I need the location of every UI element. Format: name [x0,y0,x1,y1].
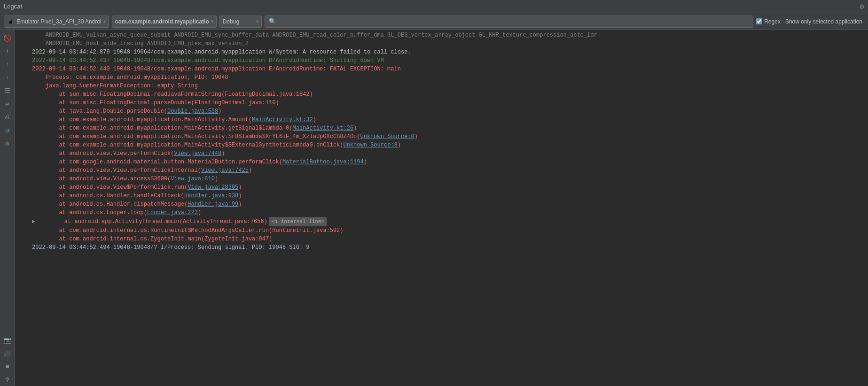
log-line-internal: ▶ at android.app.ActivityThread.main(Act… [15,217,868,226]
title-bar: Logcat ⚙ [0,0,868,13]
scroll-end-icon[interactable]: ⬇ [1,45,14,57]
log-line: at com.android.internal.os.RuntimeInit$M… [15,226,868,235]
clear-logcat-icon[interactable]: 🚫 [1,32,14,44]
emulator-chevron-icon: ▾ [103,19,106,24]
level-chevron-icon: ▾ [256,19,258,24]
search-box[interactable]: 🔍 [265,15,753,28]
link-view-7448[interactable]: View.java:7448 [174,150,221,157]
log-line: ANDROID_EMU_vulkan_async_queue_submit AN… [15,31,868,39]
left-sidebar: 🚫 ⬇ ↓ ↓ ☰ ↩ 🖨 ↺ ⚙ 📷 🎥 ■ ? [0,30,15,386]
link-view-7425[interactable]: View.java:7425 [201,167,249,174]
link-double-java[interactable]: Double.java:538 [167,108,218,115]
regex-label: Regex [764,18,781,25]
log-line: at sun.misc.FloatingDecimal.readJavaForm… [15,90,868,99]
log-line: at android.os.Handler.handleCallback(Han… [15,192,868,200]
log-line: at android.os.Looper.loop(Looper.java:22… [15,208,868,217]
expand-internal-icon[interactable]: ▶ [32,217,35,226]
log-line: at com.android.internal.os.ZygoteInit.ma… [15,235,868,243]
help-icon[interactable]: ? [1,374,14,386]
log-area[interactable]: ANDROID_EMU_vulkan_async_queue_submit AN… [15,30,868,386]
link-handler-99[interactable]: Handler.java:99 [188,201,238,208]
link-mainactivity-32[interactable]: MainActivity.kt:32 [252,116,313,123]
show-only-button[interactable]: Show only selected application [783,18,864,25]
toolbar: 📱 Emulator Pixel_3a_API_30 Androi ▾ com.… [0,13,868,30]
settings-title-icon: ⚙ [860,3,864,11]
regex-checkbox[interactable] [756,18,762,24]
level-dropdown[interactable]: Debug ▾ [219,15,262,28]
log-line: at com.example.android.myapplication.Mai… [15,116,868,124]
soft-wrap-icon[interactable]: ↩ [1,98,14,110]
print-icon[interactable]: 🖨 [1,111,14,123]
log-line: at sun.misc.FloatingDecimal.parseDouble(… [15,99,868,107]
log-line: 2022-09-14 03:44:42.879 19048-19064/com.… [15,48,868,56]
settings-icon[interactable]: ⚙ [1,137,14,149]
package-label: com.example.android.myapplicatio [115,18,209,25]
stop-icon[interactable]: ■ [1,361,14,373]
scroll-down-icon[interactable]: ↓ [1,71,14,84]
link-looper-223[interactable]: Looper.java:223 [147,209,198,216]
scroll-up-icon[interactable]: ↓ [1,58,14,70]
search-icon: 🔍 [269,18,276,25]
log-line: at com.google.android.material.button.Ma… [15,158,868,166]
link-unknown-0[interactable]: Unknown Source:0 [360,133,414,140]
emulator-dropdown[interactable]: 📱 Emulator Pixel_3a_API_30 Androi ▾ [4,15,109,28]
log-line: 2022-09-14 03:44:52.437 19048-19048/com.… [15,56,868,65]
log-line: Process: com.example.android.myapplicati… [15,73,868,82]
log-line: 2022-09-14 03:44:52.494 19048-19048/? I/… [15,243,868,252]
package-dropdown[interactable]: com.example.android.myapplicatio ▾ [112,15,217,28]
title-bar-settings[interactable]: ⚙ [860,2,864,11]
logcat-title: Logcat [4,3,22,10]
log-line: at android.view.View$PerformClick.run(Vi… [15,183,868,192]
regex-checkbox-label[interactable]: Regex [756,18,781,25]
link-materialbutton-1194[interactable]: MaterialButton.java:1194 [282,159,364,165]
level-label: Debug [223,18,254,25]
link-view-810[interactable]: View.java:810 [171,176,215,182]
search-input[interactable] [279,18,749,25]
package-chevron-icon: ▾ [211,19,213,24]
emulator-label: Emulator Pixel_3a_API_30 Androi [16,18,102,25]
main-layout: 🚫 ⬇ ↓ ↓ ☰ ↩ 🖨 ↺ ⚙ 📷 🎥 ■ ? ANDROID_EMU_vu… [0,30,868,386]
log-line: at android.os.Handler.dispatchMessage(Ha… [15,200,868,208]
log-line: at com.example.android.myapplication.Mai… [15,124,868,132]
title-bar-left: Logcat [4,3,22,10]
log-line: at android.view.View.performClickInterna… [15,166,868,175]
log-line: java.lang.NumberFormatException: empty S… [15,82,868,90]
log-line: at android.view.View.performClick(View.j… [15,149,868,158]
internal-line-badge: <1 internal line> [269,217,327,226]
log-line: at com.example.android.myapplication.Mai… [15,132,868,141]
camera-screenshot-icon[interactable]: 📷 [1,334,14,347]
link-handler-938[interactable]: Handler.java:938 [184,193,238,199]
link-unknown-8[interactable]: Unknown Source:8 [344,142,398,148]
log-line: at java.lang.Double.parseDouble(Double.j… [15,107,868,116]
filter-lines-icon[interactable]: ☰ [1,85,14,97]
log-line: at com.example.android.myapplication.Mai… [15,141,868,149]
reload-icon[interactable]: ↺ [1,124,14,136]
link-view-28305[interactable]: View.java:28305 [188,184,238,191]
video-record-icon[interactable]: 🎥 [1,347,14,360]
log-line: ANDROID_EMU_host_side_tracing ANDROID_EM… [15,39,868,48]
log-line: 2022-09-14 03:44:52.440 19048-19048/com.… [15,65,868,73]
link-mainactivity-26[interactable]: MainActivity.kt:26 [293,125,354,131]
log-line: at android.view.View.access$3600(View.ja… [15,175,868,183]
